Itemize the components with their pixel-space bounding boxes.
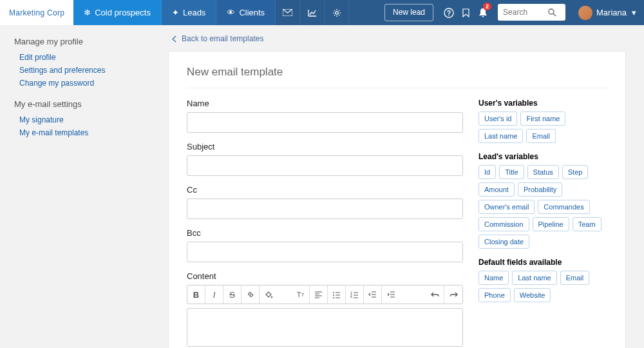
bookmark-icon[interactable]	[458, 0, 473, 25]
var-lead-probability[interactable]: Probability	[518, 182, 562, 197]
form-column: Name Subject Cc Bcc	[187, 99, 463, 348]
textsize-button[interactable]: TT	[292, 285, 310, 304]
var-lead-title[interactable]: Title	[499, 165, 524, 179]
editor-toolbar: B I S TT 123	[187, 285, 463, 304]
tab-label: Leads	[183, 8, 205, 17]
svg-point-4	[549, 9, 554, 14]
cc-input[interactable]	[187, 198, 463, 219]
template-panel: New email template Name Subject Cc	[168, 51, 626, 348]
sidebar-settings[interactable]: Settings and preferences	[14, 66, 150, 75]
name-label: Name	[187, 99, 463, 108]
svg-point-6	[333, 292, 334, 293]
var-email[interactable]: Email	[526, 129, 556, 143]
italic-button[interactable]: I	[205, 285, 223, 304]
sidebar-heading-email: My e-mail settings	[14, 99, 150, 109]
outdent-button[interactable]	[364, 285, 382, 304]
tab-clients[interactable]: 👁 Clients	[216, 0, 276, 25]
gear-icon[interactable]	[325, 0, 349, 25]
top-navbar: Marketing Corp ❄ Cold prospects ✦ Leads …	[0, 0, 644, 25]
sidebar-heading-profile: Manage my profile	[14, 37, 150, 46]
bcc-label: Bcc	[187, 228, 463, 238]
back-link[interactable]: Back to email templates	[172, 34, 626, 43]
search-box[interactable]	[498, 4, 565, 21]
sidebar-change-password[interactable]: Change my password	[14, 79, 150, 88]
name-input[interactable]	[187, 112, 463, 133]
bold-button[interactable]: B	[187, 285, 205, 304]
svg-point-1	[335, 11, 337, 14]
back-link-label: Back to email templates	[182, 34, 263, 43]
search-icon	[548, 8, 556, 17]
brand-logo[interactable]: Marketing Corp	[0, 0, 73, 25]
subject-label: Subject	[187, 142, 463, 151]
chevron-down-icon: ▾	[632, 8, 636, 17]
main-content: Back to email templates New email templa…	[150, 25, 644, 348]
tab-label: Cold prospects	[95, 8, 151, 17]
notifications-button[interactable]: 2	[473, 0, 493, 25]
variables-column: User's variables User's id First name La…	[478, 99, 607, 348]
notification-badge: 2	[483, 3, 491, 10]
subject-input[interactable]	[187, 155, 463, 176]
chart-icon[interactable]	[300, 0, 325, 25]
var-lead-amount[interactable]: Amount	[478, 182, 515, 197]
chevron-left-icon	[172, 35, 176, 43]
var-lead-id[interactable]: Id	[478, 165, 496, 179]
var-team[interactable]: Team	[573, 217, 601, 231]
var-lead-step[interactable]: Step	[562, 165, 589, 179]
new-lead-button[interactable]: New lead	[384, 4, 433, 21]
indent-button[interactable]	[382, 285, 400, 304]
user-vars-title: User's variables	[478, 99, 607, 108]
redo-button[interactable]	[444, 285, 462, 304]
svg-text:3: 3	[350, 296, 352, 298]
user-menu[interactable]: Mariana ▾	[571, 0, 644, 25]
undo-button[interactable]	[426, 285, 444, 304]
sidebar-signature[interactable]: My signature	[14, 115, 150, 124]
mail-icon[interactable]	[276, 0, 300, 25]
var-owner-email[interactable]: Owner's email	[478, 200, 535, 214]
cc-label: Cc	[187, 185, 463, 195]
list-ul-button[interactable]	[328, 285, 346, 304]
var-def-website[interactable]: Website	[514, 288, 551, 302]
var-user-id[interactable]: User's id	[478, 111, 517, 126]
var-def-phone[interactable]: Phone	[478, 288, 511, 302]
page-title: New email template	[187, 66, 607, 88]
var-first-name[interactable]: First name	[520, 111, 565, 126]
var-lead-status[interactable]: Status	[527, 165, 559, 179]
search-input[interactable]	[503, 8, 548, 17]
var-def-email[interactable]: Email	[560, 271, 590, 285]
tab-cold-prospects[interactable]: ❄ Cold prospects	[73, 0, 162, 25]
var-commission[interactable]: Commission	[478, 217, 529, 231]
sidebar-edit-profile[interactable]: Edit profile	[14, 53, 150, 62]
var-pipeline[interactable]: Pipeline	[533, 217, 569, 231]
align-button[interactable]	[310, 285, 328, 304]
bcc-input[interactable]	[187, 242, 463, 262]
var-commandes[interactable]: Commandes	[538, 200, 589, 214]
user-name: Mariana	[596, 8, 627, 17]
content-editor[interactable]	[187, 308, 463, 347]
plus-icon: ✦	[172, 8, 179, 17]
sidebar: Manage my profile Edit profile Settings …	[0, 25, 150, 348]
var-closing[interactable]: Closing date	[478, 235, 529, 249]
strike-button[interactable]: S	[223, 285, 242, 304]
var-def-lastname[interactable]: Last name	[512, 271, 556, 285]
help-icon[interactable]: ?	[440, 0, 458, 25]
link-button[interactable]	[242, 285, 260, 304]
snowflake-icon: ❄	[84, 8, 91, 17]
lead-vars-title: Lead's variables	[478, 152, 607, 161]
svg-point-5	[271, 296, 272, 298]
tab-label: Clients	[239, 8, 265, 17]
var-last-name[interactable]: Last name	[478, 129, 523, 143]
svg-point-8	[333, 297, 334, 298]
svg-point-7	[333, 295, 334, 296]
fill-button[interactable]	[260, 285, 278, 304]
content-label: Content	[187, 271, 463, 281]
default-fields-title: Default fields available	[478, 258, 607, 267]
svg-text:?: ?	[447, 10, 451, 17]
avatar	[578, 6, 592, 20]
var-def-name[interactable]: Name	[478, 271, 509, 285]
eye-icon: 👁	[227, 8, 235, 17]
tab-leads[interactable]: ✦ Leads	[162, 0, 216, 25]
list-ol-button[interactable]: 123	[346, 285, 364, 304]
sidebar-templates[interactable]: My e-mail templates	[14, 128, 150, 137]
